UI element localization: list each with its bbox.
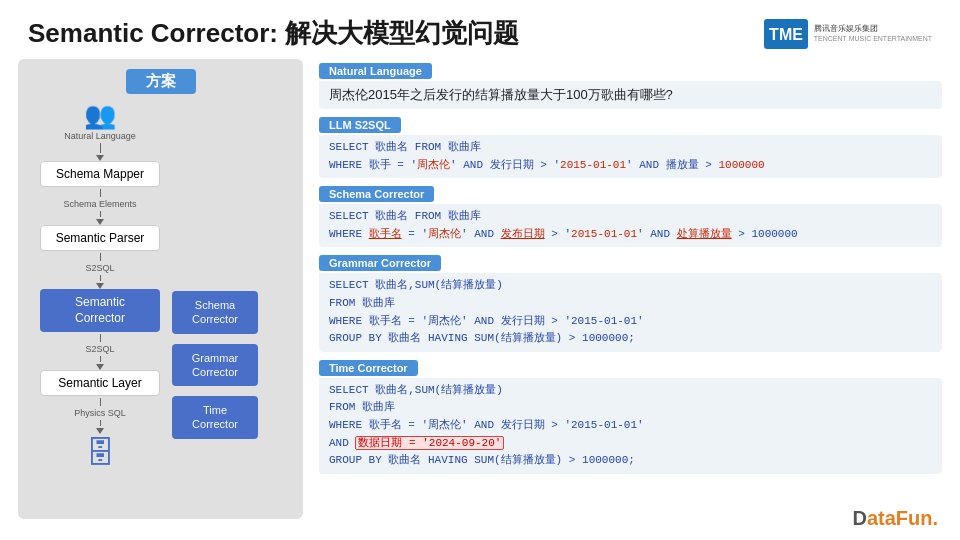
right-panel: Natural Language 周杰伦2015年之后发行的结算播放量大于100…: [319, 59, 942, 519]
time-content: SELECT 歌曲名,SUM(结算播放量) FROM 歌曲库 WHERE 歌手名…: [319, 378, 942, 474]
nl-content: 周杰伦2015年之后发行的结算播放量大于100万歌曲有哪些?: [319, 81, 942, 109]
grammar-corrector-box: GrammarCorrector: [172, 344, 258, 387]
schema-content: SELECT 歌曲名 FROM 歌曲库 WHERE 歌手名 = '周杰伦' AN…: [319, 204, 942, 247]
logo-text: 腾讯音乐娱乐集团 TENCENT MUSIC ENTERTAINMENT: [814, 23, 932, 44]
schema-header: Schema Corrector: [319, 186, 434, 202]
datafun-logo: DataFun.: [852, 507, 938, 530]
schema-corrector-box: SchemaCorrector: [172, 291, 258, 334]
semantic-parser-box: Semantic Parser: [40, 225, 160, 251]
logo-area: TME 腾讯音乐娱乐集团 TENCENT MUSIC ENTERTAINMENT: [764, 19, 932, 49]
llm-block: LLM S2SQL SELECT 歌曲名 FROM 歌曲库 WHERE 歌手 =…: [319, 115, 942, 178]
grammar-header: Grammar Corrector: [319, 255, 441, 271]
tme-logo-icon: TME: [764, 19, 808, 49]
schema-mapper-box: Schema Mapper: [40, 161, 160, 187]
time-header: Time Corrector: [319, 360, 418, 376]
semantic-layer-box: Semantic Layer: [40, 370, 160, 396]
time-corrector-box: TimeCorrector: [172, 396, 258, 439]
physics-sql-label: Physics SQL: [74, 408, 126, 418]
svg-text:TME: TME: [769, 26, 803, 43]
left-panel: 方案 👥 Natural Language Schema Mapper Sc: [18, 59, 303, 519]
llm-line1: SELECT 歌曲名 FROM 歌曲库: [329, 139, 932, 157]
grammar-content: SELECT 歌曲名,SUM(结算播放量) FROM 歌曲库 WHERE 歌手名…: [319, 273, 942, 351]
natural-language-label: Natural Language: [64, 131, 136, 141]
semantic-corrector-box: SemanticCorrector: [40, 289, 160, 332]
s2sql-label2: S2SQL: [85, 344, 114, 354]
page-title: Semantic Corrector: 解决大模型幻觉问题: [28, 16, 519, 51]
s2sql-label1: S2SQL: [85, 263, 114, 273]
schema-elements-label: Schema Elements: [63, 199, 136, 209]
llm-header: LLM S2SQL: [319, 117, 401, 133]
plan-label: 方案: [126, 69, 196, 94]
nl-header: Natural Language: [319, 63, 432, 79]
nl-block: Natural Language 周杰伦2015年之后发行的结算播放量大于100…: [319, 61, 942, 109]
schema-block: Schema Corrector SELECT 歌曲名 FROM 歌曲库 WHE…: [319, 184, 942, 247]
plan-box: 方案 👥 Natural Language Schema Mapper Sc: [18, 59, 303, 519]
llm-line2: WHERE 歌手 = '周杰伦' AND 发行日期 > '2015-01-01'…: [329, 157, 932, 175]
database-icon: 🗄: [85, 436, 115, 470]
grammar-block: Grammar Corrector SELECT 歌曲名,SUM(结算播放量) …: [319, 253, 942, 351]
time-block: Time Corrector SELECT 歌曲名,SUM(结算播放量) FRO…: [319, 358, 942, 474]
llm-content: SELECT 歌曲名 FROM 歌曲库 WHERE 歌手 = '周杰伦' AND…: [319, 135, 942, 178]
people-icon: 👥: [84, 100, 116, 131]
